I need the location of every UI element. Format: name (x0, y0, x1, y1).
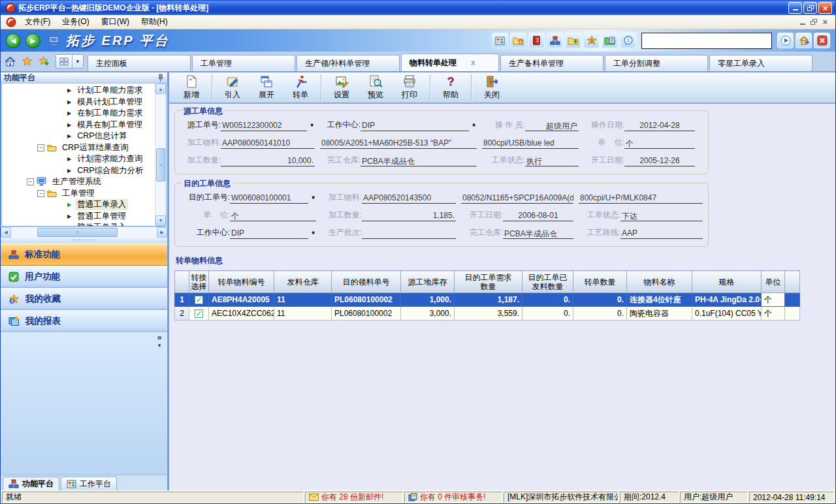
column-header-pick_order[interactable]: 目的领料单号 (332, 271, 401, 293)
tree-item-生产管理系统[interactable]: −生产管理系统 (2, 176, 155, 188)
tab-工单分割调整[interactable]: 工单分割调整 (605, 55, 708, 71)
star-add-icon[interactable] (39, 56, 50, 67)
field-value[interactable]: W006080100001 (230, 193, 308, 204)
play-icon[interactable] (777, 33, 794, 48)
tree-item-在制工单能力需求[interactable]: ▶在制工单能力需求 (2, 108, 155, 119)
scroll-right-icon[interactable]: ▶ (157, 227, 167, 238)
column-header-demand[interactable]: 目的工单需求 数量 (455, 271, 522, 293)
checkbox-checked-icon[interactable]: ✓ (195, 309, 203, 318)
tree-item-计划工单能力需求[interactable]: ▶计划工单能力需求 (2, 85, 155, 97)
tab-主控面板[interactable]: 主控面板 (88, 55, 191, 71)
field-value[interactable]: 个 (624, 138, 695, 149)
tree-item-模具在制工单管理[interactable]: ▶模具在制工单管理 (2, 119, 155, 131)
panel-我的收藏[interactable]: 1我的收藏 (1, 288, 167, 310)
field-value[interactable]: 1,185. (362, 211, 456, 221)
field-value[interactable]: 执行 (525, 156, 579, 166)
collapse-icon[interactable]: − (27, 178, 34, 185)
search-input[interactable] (641, 33, 772, 49)
tree-item-工单管理[interactable]: −工单管理 (2, 188, 155, 200)
menu-item-1[interactable]: 业务(O) (56, 15, 95, 29)
horizontal-scroll-thumb[interactable]: ≡ (37, 228, 118, 237)
field-value[interactable]: PCBA半成品仓 (361, 156, 477, 166)
field-value[interactable]: DIP (230, 228, 308, 239)
column-header-issued[interactable]: 目的工单已 发料数量 (522, 271, 573, 293)
mdi-minimize-button[interactable] (800, 20, 805, 25)
field-value[interactable]: 08052/N1165+SPCP16A009A(dice) (461, 193, 573, 204)
field-value[interactable]: 800cpi/U+P/MLK0847 (579, 193, 703, 204)
collapse-icon[interactable]: − (37, 144, 44, 151)
table-row[interactable]: 2✓AEC10X4ZCC062C11PL060801000023,000.3,5… (175, 307, 800, 321)
sidebar-tab-工作平台[interactable]: 工作平台 (61, 477, 117, 490)
restore-button[interactable] (803, 2, 817, 14)
field-value[interactable]: 2012-04-28 (624, 121, 695, 131)
column-header-unit[interactable]: 单位 (762, 271, 785, 293)
scroll-down-icon[interactable]: ▼ (155, 215, 166, 226)
toolbar-button-引入[interactable]: 引入 (216, 73, 249, 102)
folder-list-icon[interactable] (602, 33, 618, 48)
tab-零星工单录入[interactable]: 零星工单录入 (709, 55, 812, 71)
column-header-name[interactable]: 物料名称 (627, 271, 692, 293)
menu-item-3[interactable]: 帮助(H) (135, 15, 174, 29)
tree-item-普通工单录入[interactable]: ▶普通工单录入 (2, 199, 155, 211)
close-button[interactable]: × (818, 2, 832, 14)
tree-vertical-scrollbar[interactable]: ▲ ≡ ▼ (155, 84, 166, 226)
caret-down-icon[interactable]: ▼ (72, 55, 83, 68)
panel-标准功能[interactable]: 标准功能 (1, 244, 167, 266)
tab-close-icon[interactable]: x (471, 58, 475, 67)
toolbar-button-帮助[interactable]: ??帮助 (434, 73, 468, 102)
field-value[interactable]: 2005-12-26 (624, 156, 695, 166)
folder-home-icon[interactable] (510, 33, 526, 48)
column-header-num[interactable] (175, 271, 189, 293)
collapse-icon[interactable]: − (37, 190, 44, 197)
star-icon[interactable] (22, 56, 33, 67)
mdi-close-button[interactable]: × (822, 18, 828, 26)
tab-工单管理[interactable]: 工单管理 (192, 55, 295, 71)
toolbar-button-预览[interactable]: 预览 (359, 73, 393, 102)
panel-overflow-button[interactable]: »▼ (157, 334, 162, 349)
field-value[interactable]: AAP080050141010 (221, 138, 315, 149)
tree-item-模具计划工单管理[interactable]: ▶模具计划工单管理 (2, 97, 155, 108)
tree-item-普通工单管理[interactable]: ▶普通工单管理 (2, 211, 155, 223)
mdi-restore-button[interactable] (811, 19, 817, 25)
tab-物料转单处理[interactable]: 物料转单处理x (401, 54, 499, 71)
menu-item-2[interactable]: 窗口(W) (95, 15, 135, 29)
sidebar-tab-功能平台[interactable]: 功能平台 (3, 477, 59, 490)
toolbar-button-设置[interactable]: 设置 (325, 73, 359, 102)
tree-item-计划需求能力查询[interactable]: ▶计划需求能力查询 (2, 153, 155, 165)
vertical-scroll-thumb[interactable]: ≡ (156, 148, 165, 181)
tab-生产领/补料单管理[interactable]: 生产领/补料单管理 (297, 55, 400, 71)
minimize-button[interactable] (788, 2, 802, 14)
field-value[interactable]: 800cpi/USB/blue led (482, 138, 579, 149)
status-mail[interactable]: 你有 28 份新邮件! (305, 492, 403, 503)
table-row[interactable]: 1✓AE8PH4A2000511PL060801000021,000.1,187… (175, 293, 800, 307)
cell-checked[interactable]: ✓ (189, 293, 209, 307)
tree-horizontal-scrollbar[interactable]: ◀ ≡ ▶ (1, 227, 167, 238)
workspace-icon[interactable] (492, 33, 508, 48)
field-value[interactable]: DIP (361, 121, 469, 131)
column-header-transfer_qty[interactable]: 转单数量 (573, 271, 627, 293)
book-icon[interactable] (528, 33, 545, 48)
field-value[interactable]: 10,000. (221, 156, 315, 166)
column-header-spec[interactable]: 规格 (692, 271, 762, 293)
cell-checked[interactable]: ✓ (189, 307, 209, 321)
forward-button[interactable]: ▶ (25, 33, 40, 48)
star-badge-icon[interactable]: 1 (583, 33, 600, 48)
column-header-warehouse[interactable]: 发料仓库 (274, 271, 332, 293)
home-icon[interactable] (5, 56, 16, 67)
tree-item-CRP运算结果查询[interactable]: −CRP运算结果查询 (2, 142, 155, 154)
checkbox-checked-icon[interactable]: ✓ (195, 296, 203, 304)
scroll-left-icon[interactable]: ◀ (1, 227, 11, 238)
org-chart-icon[interactable] (547, 33, 563, 48)
toolbar-button-展开[interactable]: 展开 (249, 73, 283, 102)
toolbar-button-打印[interactable]: 打印 (393, 73, 426, 102)
toolbar-button-转单[interactable]: 转单 (283, 73, 317, 102)
field-value[interactable]: 个 (230, 211, 316, 221)
column-header-filler[interactable] (785, 271, 800, 293)
column-header-code[interactable]: 转单物料编号 (209, 271, 274, 293)
column-header-checked[interactable]: 转接 选择 (189, 271, 209, 293)
field-value[interactable]: 08005/A2051+MA60H25B-513 “BAP” (320, 138, 477, 149)
field-value[interactable]: 下达 (620, 211, 703, 221)
toolbar-button-关闭[interactable]: 关闭 (475, 73, 509, 102)
back-button[interactable]: ◀ (6, 33, 21, 48)
menu-item-0[interactable]: 文件(F) (19, 15, 56, 29)
